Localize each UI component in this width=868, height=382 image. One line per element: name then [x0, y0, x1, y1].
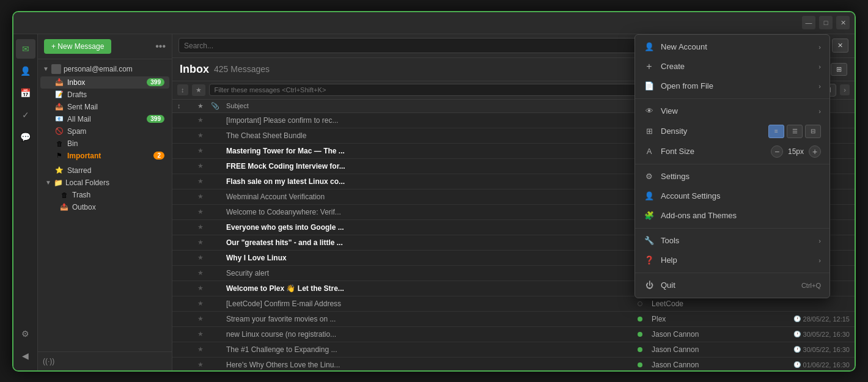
- density-compact[interactable]: ≡: [768, 125, 784, 138]
- sidebar-label-spam: Spam: [67, 127, 164, 136]
- sidebar-label-important: Important: [67, 152, 150, 160]
- more-filter-button[interactable]: ›: [840, 84, 850, 95]
- star-filter-button[interactable]: ★: [192, 84, 205, 96]
- new-message-button[interactable]: + New Message: [44, 39, 111, 54]
- sort-filter-button[interactable]: ↕: [177, 84, 188, 95]
- density-relaxed[interactable]: ⊟: [805, 125, 821, 138]
- iconbar-settings[interactable]: ⚙: [16, 324, 35, 343]
- star-cell[interactable]: ★: [194, 238, 207, 246]
- sidebar-item-outbox[interactable]: 📤 Outbox: [40, 201, 169, 213]
- account-header[interactable]: ▼ personal@email.com: [38, 62, 172, 76]
- star-cell[interactable]: ★: [194, 299, 207, 307]
- font-increase-button[interactable]: +: [809, 145, 821, 158]
- sidebar-item-drafts[interactable]: 📝 Drafts: [40, 89, 169, 101]
- star-cell[interactable]: ★: [194, 269, 207, 277]
- close-window-button[interactable]: ✕: [832, 39, 848, 53]
- star-cell[interactable]: ★: [194, 254, 207, 262]
- sidebar-item-allmail[interactable]: 📧 All Mail 399: [40, 113, 169, 125]
- minimize-button[interactable]: —: [802, 16, 815, 29]
- density-normal[interactable]: ☰: [787, 125, 803, 138]
- tools-arrow: ›: [818, 237, 821, 244]
- sidebar-item-trash[interactable]: 🗑 Trash: [40, 189, 169, 201]
- iconbar-mail[interactable]: ✉: [16, 39, 35, 59]
- iconbar-collapse[interactable]: ◀: [16, 346, 35, 365]
- email-subject: Everyone who gets into Google ...: [224, 223, 628, 232]
- menu-item-help[interactable]: ❓ Help ›: [635, 251, 829, 270]
- sidebar-nav: ▼ personal@email.com 📥 Inbox 399 📝 Draft…: [38, 59, 172, 351]
- close-button[interactable]: ✕: [836, 16, 850, 29]
- sidebar-item-bin[interactable]: 🗑 Bin: [40, 138, 169, 150]
- sidebar-bottom: ((·)): [38, 351, 172, 370]
- sidebar-header: + New Message •••: [38, 34, 172, 59]
- menu-item-account-settings[interactable]: 👤 Account Settings: [635, 186, 829, 206]
- sidebar-item-sent[interactable]: 📤 Sent Mail: [40, 101, 169, 113]
- email-subject: The #1 Challenge to Expanding ...: [224, 345, 628, 354]
- star-cell[interactable]: ★: [194, 315, 207, 323]
- date-text: 28/05/22, 12:15: [803, 315, 850, 323]
- quit-icon: ⏻: [644, 280, 655, 291]
- sidebar-item-inbox[interactable]: 📥 Inbox 399: [40, 76, 169, 89]
- sidebar-more-button[interactable]: •••: [155, 41, 166, 52]
- email-date: 🕐28/05/22, 12:15: [776, 315, 850, 323]
- sent-icon: 📤: [55, 103, 64, 111]
- email-subject: Security alert: [224, 269, 628, 277]
- star-cell[interactable]: ★: [194, 116, 207, 124]
- addons-icon: 🧩: [644, 210, 655, 221]
- menu-item-new-account[interactable]: 👤 New Account ›: [635, 37, 829, 57]
- help-icon: ❓: [644, 255, 655, 266]
- menu-item-open-from-file[interactable]: 📄 Open from File ›: [635, 76, 829, 96]
- sidebar-item-important[interactable]: ⚑ Important 2: [40, 150, 169, 162]
- iconbar-chat[interactable]: 💬: [16, 127, 35, 147]
- menu-item-tools[interactable]: 🔧 Tools ›: [635, 231, 829, 251]
- email-subject: [Important] Please confirm to rec...: [224, 116, 628, 125]
- email-row[interactable]: ★ new Linux course (no registratio... Ja…: [172, 327, 855, 342]
- email-status: [631, 362, 649, 367]
- email-row[interactable]: ★ Here's Why Others Love the Linu... Jas…: [172, 358, 855, 370]
- email-row[interactable]: ★ [LeetCode] Confirm E-mail Address Leet…: [172, 296, 855, 312]
- sidebar-item-starred[interactable]: ⭐ Starred: [40, 164, 169, 177]
- account-icon: [51, 64, 61, 74]
- menu-item-addons[interactable]: 🧩 Add-ons and Themes: [635, 206, 829, 226]
- maximize-button[interactable]: □: [819, 16, 833, 29]
- inbox-title: Inbox: [180, 63, 209, 76]
- date-text: 30/05/22, 16:30: [803, 331, 850, 338]
- iconbar-calendar[interactable]: 📅: [16, 83, 35, 103]
- allmail-icon: 📧: [55, 115, 64, 123]
- new-account-arrow: ›: [818, 43, 821, 51]
- star-cell[interactable]: ★: [194, 223, 207, 231]
- menu-item-create[interactable]: + Create ›: [635, 57, 829, 76]
- quit-shortcut: Ctrl+Q: [801, 282, 821, 289]
- view-icon: 👁: [644, 106, 655, 117]
- star-cell[interactable]: ★: [194, 284, 207, 292]
- star-cell[interactable]: ★: [194, 177, 207, 185]
- layout-button[interactable]: ⊞: [831, 63, 847, 76]
- star-cell[interactable]: ★: [194, 193, 207, 200]
- menu-item-view[interactable]: 👁 View ›: [635, 101, 829, 121]
- help-arrow: ›: [818, 257, 821, 264]
- star-cell[interactable]: ★: [194, 330, 207, 338]
- menu-divider-4: [635, 273, 829, 273]
- star-col-header: ★: [194, 102, 207, 110]
- star-cell[interactable]: ★: [194, 361, 207, 369]
- email-correspondent: LeetCode: [652, 299, 774, 308]
- star-cell[interactable]: ★: [194, 345, 207, 353]
- iconbar-contacts[interactable]: 👤: [16, 61, 35, 81]
- email-date: 🕐30/05/22, 16:30: [776, 346, 850, 353]
- star-cell[interactable]: ★: [194, 147, 207, 155]
- search-input[interactable]: [184, 42, 701, 50]
- star-cell[interactable]: ★: [194, 162, 207, 170]
- sidebar-item-spam[interactable]: 🚫 Spam: [40, 125, 169, 138]
- email-subject: Why I Love Linux: [224, 254, 628, 262]
- menu-item-quit[interactable]: ⏻ Quit Ctrl+Q: [635, 276, 829, 295]
- star-cell[interactable]: ★: [194, 208, 207, 216]
- app-window: — □ ✕ ✉ 👤 📅 ✓ 💬 ⚙ ◀ + New Message ••• ▼: [12, 11, 856, 372]
- menu-item-settings[interactable]: ⚙ Settings: [635, 167, 829, 186]
- star-cell[interactable]: ★: [194, 131, 207, 139]
- subject-col-header[interactable]: Subject: [224, 102, 628, 109]
- localfolders-header[interactable]: ▼ 📁 Local Folders: [38, 177, 172, 189]
- email-row[interactable]: ★ Stream your favorite movies on ... Ple…: [172, 312, 855, 327]
- font-decrease-button[interactable]: −: [771, 145, 783, 158]
- sort-col-header[interactable]: ↕: [177, 102, 192, 109]
- email-row[interactable]: ★ The #1 Challenge to Expanding ... Jaso…: [172, 342, 855, 358]
- iconbar-tasks[interactable]: ✓: [16, 105, 35, 125]
